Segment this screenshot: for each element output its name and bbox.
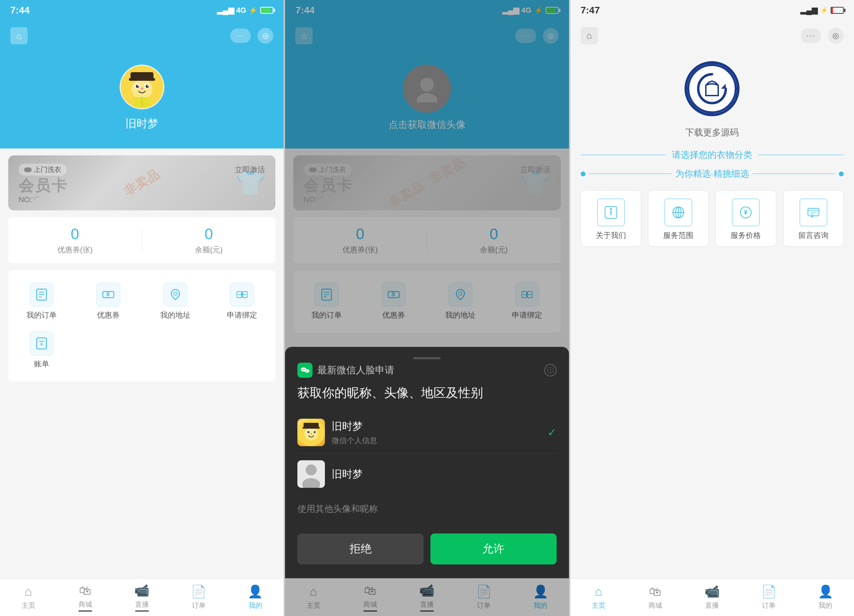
scan-icon-3[interactable]: ◎ (828, 28, 844, 44)
range-label-3: 服务范围 (663, 230, 694, 241)
nav-home-btn-3[interactable]: ⌂ 主页 (570, 584, 627, 610)
content-area-1: 上门洗衣 立即激活 会员卡 NO: 👕 非卖品 ✂ 0 优惠券(张) 0 余额(… (0, 148, 284, 578)
service-contact-3[interactable]: 留言咨询 (783, 190, 844, 247)
user-option-2[interactable]: 旧时梦 (297, 453, 556, 495)
download-more-3: 下载更多源码 (581, 127, 844, 139)
service-logo-3 (581, 61, 844, 116)
svg-text:¥: ¥ (744, 209, 747, 216)
nav-order-label-1: 订单 (192, 601, 206, 610)
service-about-3[interactable]: i 关于我们 (581, 190, 641, 247)
coupon-value-1: 0 (71, 226, 79, 243)
address-svg-1 (169, 288, 182, 301)
service-grid-3: i 关于我们 服务范围 (581, 190, 844, 247)
battery-icon-1 (260, 7, 273, 14)
nav-right-1: ··· ◎ (230, 28, 273, 44)
stat-coupons-1[interactable]: 0 优惠券(张) (8, 226, 142, 255)
nav-home-btn-1[interactable]: ⌂ 主页 (0, 584, 57, 610)
nav-home-label-1: 主页 (22, 601, 35, 610)
bill-svg-1: ¥ (35, 337, 48, 350)
user-avatar-opt2 (297, 460, 325, 488)
service-range-3[interactable]: 服务范围 (648, 190, 709, 247)
member-card-1[interactable]: 上门洗衣 立即激活 会员卡 NO: 👕 非卖品 ✂ (8, 156, 275, 210)
menu-bill-1[interactable]: ¥ 账单 (8, 326, 75, 375)
nav-shop-btn-3[interactable]: 🛍 商城 (627, 584, 684, 610)
user-option-1[interactable]: 旧时梦 微信个人信息 ✓ (297, 412, 556, 453)
svg-text:¥: ¥ (40, 342, 43, 347)
opt2-avatar-img (297, 460, 325, 488)
nav-live-indicator-1 (135, 610, 149, 611)
status-right-1: ▂▄▆ 4G ⚡ (217, 6, 273, 15)
user-opt1-info: 旧时梦 微信个人信息 (332, 419, 547, 446)
opt1-avatar-img (297, 419, 325, 446)
tag-text-1: 上门洗衣 (34, 165, 61, 174)
menu-coupons-1[interactable]: ¥ 优惠券 (75, 277, 142, 326)
category-title-3: 请选择您的衣物分类 (672, 149, 752, 161)
svg-point-45 (305, 369, 310, 373)
reject-button[interactable]: 拒绝 (297, 534, 424, 564)
price-label-3: 服务价格 (730, 230, 761, 241)
nav-mine-icon-1: 👤 (247, 584, 263, 599)
balance-label-1: 余额(元) (195, 245, 223, 255)
bind-svg-1 (235, 288, 249, 301)
bill-icon-1: ¥ (30, 331, 53, 355)
wechat-header: 最新微信人脸申请 ⓘ (297, 363, 556, 378)
avatar-image-1 (120, 66, 163, 108)
signal-icon-3: ▂▄▆ (801, 6, 817, 15)
range-icon-3 (665, 199, 692, 226)
panel2: 7:44 ▂▄▆ 4G ⚡ ⌂ ··· ◎ (285, 0, 569, 616)
wechat-title-row: 最新微信人脸申请 (297, 363, 394, 378)
allow-label: 允许 (482, 541, 504, 557)
about-svg-3: i (604, 206, 618, 219)
nav-mine-btn-1[interactable]: 👤 我的 (227, 584, 284, 610)
nav-shop-btn-1[interactable]: 🛍 商城 (57, 583, 113, 611)
nav-mine-icon-3: 👤 (818, 584, 833, 599)
panel3-content: 下载更多源码 请选择您的衣物分类 为你精选·精挑细选 i (570, 51, 854, 578)
svg-point-21 (174, 292, 177, 295)
precision-row-3: 为你精选·精挑细选 (581, 168, 844, 180)
panel1: 7:44 ▂▄▆ 4G ⚡ ⌂ ··· ◎ (0, 0, 284, 616)
other-option[interactable]: 使用其他头像和昵称 (297, 495, 556, 523)
precision-line-right-3 (753, 174, 836, 174)
service-price-3[interactable]: ¥ 服务价格 (715, 190, 776, 247)
menu-bind-1[interactable]: 申请绑定 (209, 277, 275, 326)
nav-bar-1: ⌂ ··· ◎ (0, 21, 284, 51)
price-svg-3: ¥ (739, 206, 753, 219)
menu-dots-3[interactable]: ··· (801, 29, 821, 43)
time-1: 7:44 (10, 5, 30, 16)
menu-my-orders-1[interactable]: 我的订单 (8, 277, 75, 326)
nav-order-btn-3[interactable]: 📄 订单 (741, 584, 797, 610)
nav-right-3: ··· ◎ (801, 28, 844, 44)
svg-point-46 (307, 371, 307, 372)
stat-balance-1[interactable]: 0 余额(元) (142, 226, 275, 255)
bottom-nav-1: ⌂ 主页 🛍 商城 📹 直播 📄 订单 👤 我的 (0, 578, 284, 616)
home-icon-3[interactable]: ⌂ (581, 27, 598, 44)
nav-home-icon-3: ⌂ (595, 584, 602, 599)
nav-live-btn-1[interactable]: 📹 直播 (113, 583, 170, 611)
orders-svg-1 (35, 288, 48, 301)
menu-bind-label-1: 申请绑定 (227, 310, 257, 320)
nav-mine-label-3: 我的 (819, 601, 832, 610)
logo-svg-3 (687, 64, 737, 113)
bottom-nav-3: ⌂ 主页 🛍 商城 📹 直播 📄 订单 👤 我的 (570, 578, 854, 616)
menu-address-1[interactable]: 我的地址 (142, 277, 209, 326)
nav-live-btn-3[interactable]: 📹 直播 (684, 584, 741, 610)
card-no-1: NO: (18, 195, 32, 204)
menu-dots-1[interactable]: ··· (230, 29, 251, 43)
avatar-1[interactable] (120, 65, 164, 109)
signal-icon-1: ▂▄▆ 4G (217, 6, 246, 15)
logo-circle-3 (685, 61, 740, 116)
opt1-crayon-svg (297, 419, 325, 446)
category-divider-3: 请选择您的衣物分类 (581, 149, 844, 161)
about-label-3: 关于我们 (596, 230, 626, 241)
status-bar-3: 7:47 ▂▄▆ ⚡ (570, 0, 854, 21)
info-icon-dialog[interactable]: ⓘ (544, 364, 557, 377)
panel3: 7:47 ▂▄▆ ⚡ ⌂ ··· ◎ (570, 0, 854, 616)
menu-coupons-label-1: 优惠券 (97, 310, 120, 320)
menu-orders-label-1: 我的订单 (26, 310, 57, 320)
scan-icon-1[interactable]: ◎ (258, 28, 273, 44)
user-avatar-opt1 (297, 419, 325, 446)
nav-mine-btn-3[interactable]: 👤 我的 (797, 584, 854, 610)
nav-order-btn-1[interactable]: 📄 订单 (170, 584, 227, 610)
allow-button[interactable]: 允许 (430, 534, 557, 564)
home-icon-1[interactable]: ⌂ (10, 27, 27, 44)
